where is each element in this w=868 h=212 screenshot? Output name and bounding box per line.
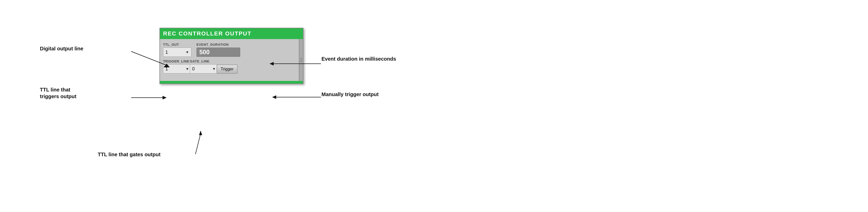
annotation-event-duration: Event duration in milliseconds [321,56,396,62]
event-duration-value: 500 [199,48,210,56]
row-1: TTL_OUT 1 ▼ EVENT_DURATION 500 [163,43,300,57]
trigger-line-value: 1 [165,66,168,72]
trigger-line-label: TRIGGER_LINE [163,59,186,63]
panel-header: REC CONTROLLER OUTPUT [160,28,303,39]
grip-line-3 [300,62,302,62]
trigger-btn-group: Trigger [217,65,238,74]
ttl-triggers-line2: triggers output [40,94,76,99]
event-duration-label: EVENT_DURATION [196,43,240,46]
event-duration-group: EVENT_DURATION 500 [196,43,240,57]
annotation-manually-trigger: Manually trigger output [321,92,379,97]
trigger-line-arrow-icon: ▼ [185,67,189,71]
grip-line-1 [300,58,302,59]
svg-marker-9 [272,95,276,99]
ttl-out-select[interactable]: 1 ▼ [163,47,191,57]
event-duration-input[interactable]: 500 [196,47,240,57]
svg-marker-7 [199,131,202,135]
ttl-out-group: TTL_OUT 1 ▼ [163,43,191,57]
gate-line-label: GATE_LINE [190,59,213,63]
grip-line-2 [300,60,302,60]
rec-controller-panel: REC CONTROLLER OUTPUT TTL_OUT 1 ▼ EVENT_… [159,28,304,84]
gate-line-select[interactable]: 0 ▼ [190,64,218,73]
row-2: TRIGGER_LINE 1 ▼ GATE_LINE 0 ▼ [163,59,300,74]
annotation-ttl-gates: TTL line that gates output [98,152,160,157]
panel-title: REC CONTROLLER OUTPUT [163,30,251,37]
svg-line-6 [195,134,200,154]
trigger-button[interactable]: Trigger [217,65,238,74]
trigger-line-select[interactable]: 1 ▼ [163,64,191,73]
gate-line-value: 0 [192,66,195,72]
resize-handle[interactable] [299,39,303,81]
gate-line-group: GATE_LINE 0 ▼ [190,59,213,73]
arrows-svg [0,0,868,212]
panel-bottom-bar [160,81,303,83]
ttl-out-value: 1 [165,49,168,55]
ttl-out-arrow-icon: ▼ [185,50,189,54]
gate-line-arrow-icon: ▼ [212,67,216,71]
annotation-digital-output: Digital output line [40,46,83,51]
svg-marker-3 [162,96,167,100]
panel-body: TTL_OUT 1 ▼ EVENT_DURATION 500 [160,39,303,81]
annotation-ttl-triggers: TTL line that triggers output [40,86,76,100]
trigger-line-group: TRIGGER_LINE 1 ▼ [163,59,186,73]
ttl-triggers-line1: TTL line that [40,87,70,93]
ttl-out-label: TTL_OUT [163,43,191,46]
